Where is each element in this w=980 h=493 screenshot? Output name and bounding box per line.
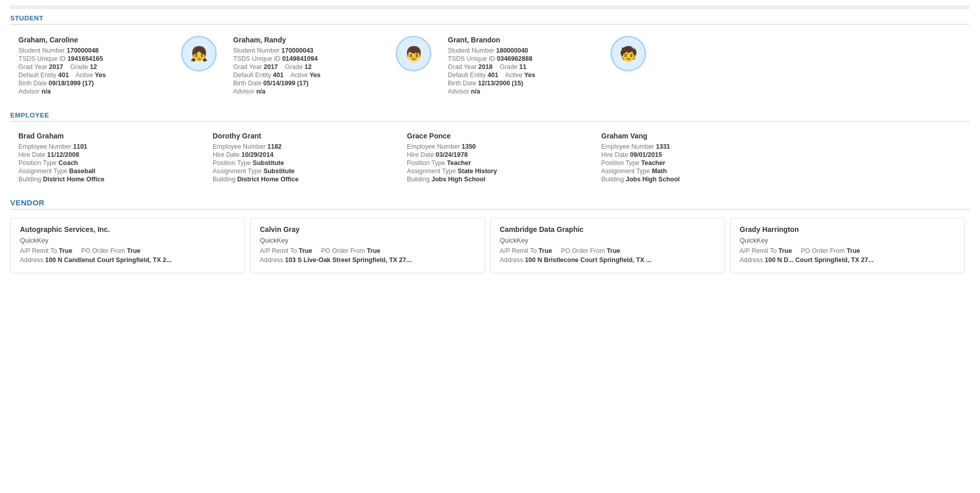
position-type-row: Position Type Teacher xyxy=(601,159,779,167)
employee-card: Dorothy Grant Employee Number 1182 Hire … xyxy=(204,128,399,188)
avatar-circle: 🧒 xyxy=(610,36,646,72)
avatar: 👦 xyxy=(396,36,431,72)
vendor-address-row: Address 100 N Candlenut Court Springfiel… xyxy=(20,256,235,264)
student-card: Graham, Randy Student Number 170000043 T… xyxy=(225,31,440,101)
avatar: 🧒 xyxy=(610,36,646,72)
vendor-quickkey: QuickKey xyxy=(740,237,955,244)
hire-date-row: Hire Date 11/12/2008 xyxy=(18,151,196,158)
hire-date-row: Hire Date 09/01/2015 xyxy=(601,151,779,158)
vendor-grid: Autographic Services, Inc. QuickKey A/P … xyxy=(10,218,970,280)
vendor-address-row: Address 103 S Live-Oak Street Springfiel… xyxy=(260,256,475,264)
assignment-type-row: Assignment Type Substitute xyxy=(213,168,391,175)
employee-number-row: Employee Number 1331 xyxy=(601,143,779,150)
vendor-section: VENDOR Autographic Services, Inc. QuickK… xyxy=(10,198,970,280)
employee-section-header: EMPLOYEE xyxy=(10,111,970,122)
building-row: Building Jobs High School xyxy=(407,176,585,183)
avatar-circle: 👦 xyxy=(396,36,431,72)
hire-date-row: Hire Date 03/24/1978 xyxy=(407,151,585,158)
birth-date-row: Birth Date 05/14/1999 (17) xyxy=(233,80,431,87)
vendor-name: Cambridge Data Graphic xyxy=(500,225,715,233)
vendor-quickkey: QuickKey xyxy=(260,237,475,244)
employee-grid: Brad Graham Employee Number 1101 Hire Da… xyxy=(10,128,970,188)
student-section: STUDENT Graham, Caroline Student Number … xyxy=(10,14,970,101)
vendor-name: Grady Harrington xyxy=(740,225,955,233)
employee-name: Brad Graham xyxy=(18,132,196,140)
student-card: Grant, Brandon Student Number 180000040 … xyxy=(440,31,654,101)
avatar-circle: 👧 xyxy=(181,36,217,72)
main-page: STUDENT Graham, Caroline Student Number … xyxy=(0,0,980,493)
employee-name: Graham Vang xyxy=(601,132,779,140)
building-row: Building Jobs High School xyxy=(601,176,779,183)
entity-active-row: Default Entity 401 Active Yes xyxy=(18,72,217,79)
vendor-ap-po-row: A/P Remit To True PO Order From True xyxy=(740,247,955,254)
assignment-type-row: Assignment Type Baseball xyxy=(18,168,196,175)
vendor-card: Cambridge Data Graphic QuickKey A/P Remi… xyxy=(490,218,725,273)
position-type-row: Position Type Teacher xyxy=(407,159,585,167)
assignment-type-row: Assignment Type State History xyxy=(407,168,585,175)
avatar: 👧 xyxy=(181,36,217,72)
vendor-name: Calvin Gray xyxy=(260,225,475,233)
student-card: Graham, Caroline Student Number 17000004… xyxy=(10,31,225,101)
employee-card: Grace Ponce Employee Number 1350 Hire Da… xyxy=(399,128,593,188)
assignment-type-row: Assignment Type Math xyxy=(601,168,779,175)
vendor-quickkey: QuickKey xyxy=(500,237,715,244)
top-bar xyxy=(10,5,970,9)
employee-section: EMPLOYEE Brad Graham Employee Number 110… xyxy=(10,111,970,188)
employee-card: Graham Vang Employee Number 1331 Hire Da… xyxy=(593,128,787,188)
advisor-row: Advisor n/a xyxy=(448,88,646,95)
vendor-ap-po-row: A/P Remit To True PO Order From True xyxy=(260,247,475,254)
vendor-card: Grady Harrington QuickKey A/P Remit To T… xyxy=(730,218,965,273)
employee-card: Brad Graham Employee Number 1101 Hire Da… xyxy=(10,128,204,188)
vendor-address-row: Address 100 N D... Court Springfield, TX… xyxy=(740,256,955,264)
hire-date-row: Hire Date 10/29/2014 xyxy=(213,151,391,158)
student-grid: Graham, Caroline Student Number 17000004… xyxy=(10,31,970,101)
vendor-ap-po-row: A/P Remit To True PO Order From True xyxy=(500,247,715,254)
advisor-row: Advisor n/a xyxy=(18,88,217,95)
employee-name: Grace Ponce xyxy=(407,132,585,140)
vendor-card: Autographic Services, Inc. QuickKey A/P … xyxy=(10,218,245,273)
employee-name: Dorothy Grant xyxy=(213,132,391,140)
entity-active-row: Default Entity 401 Active Yes xyxy=(233,72,431,79)
vendor-card: Calvin Gray QuickKey A/P Remit To True P… xyxy=(250,218,485,273)
employee-number-row: Employee Number 1101 xyxy=(18,143,196,150)
entity-active-row: Default Entity 401 Active Yes xyxy=(448,72,646,79)
vendor-section-header: VENDOR xyxy=(10,198,970,209)
employee-number-row: Employee Number 1350 xyxy=(407,143,585,150)
building-row: Building District Home Office xyxy=(18,176,196,183)
position-type-row: Position Type Substitute xyxy=(213,159,391,167)
employee-number-row: Employee Number 1182 xyxy=(213,143,391,150)
student-section-header: STUDENT xyxy=(10,14,970,25)
building-row: Building District Home Office xyxy=(213,176,391,183)
vendor-ap-po-row: A/P Remit To True PO Order From True xyxy=(20,247,235,254)
birth-date-row: Birth Date 12/13/2000 (15) xyxy=(448,80,646,87)
position-type-row: Position Type Coach xyxy=(18,159,196,167)
vendor-name: Autographic Services, Inc. xyxy=(20,225,235,233)
vendor-address-row: Address 100 N Bristlecone Court Springfi… xyxy=(500,256,715,264)
advisor-row: Advisor n/a xyxy=(233,88,431,95)
vendor-quickkey: QuickKey xyxy=(20,237,235,244)
birth-date-row: Birth Date 09/18/1999 (17) xyxy=(18,80,217,87)
